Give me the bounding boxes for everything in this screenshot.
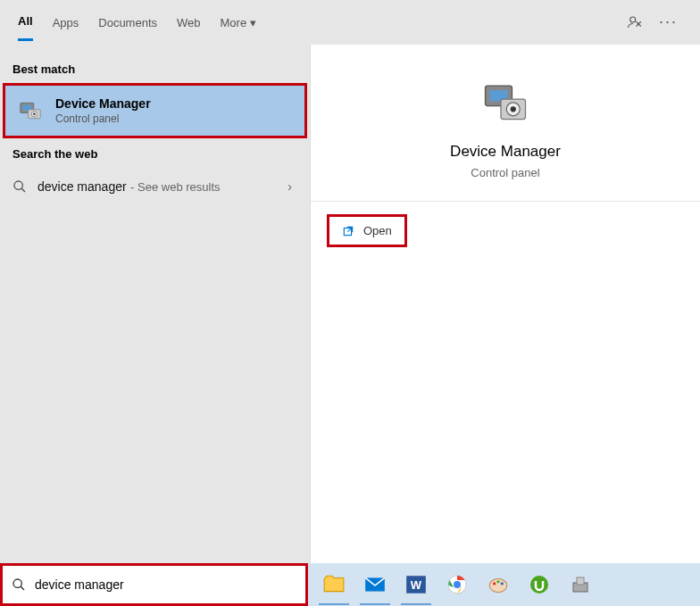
preview-actions: Open: [311, 202, 700, 260]
open-icon: [342, 225, 354, 237]
feedback-icon[interactable]: [627, 14, 643, 30]
preview-header: Device Manager Control panel: [311, 45, 700, 202]
web-result-text: device manager - See web results: [38, 178, 221, 195]
result-subtitle: Control panel: [55, 112, 151, 125]
web-result-suffix-text: See web results: [138, 180, 221, 194]
taskbar-installer[interactable]: [563, 568, 597, 602]
annotation-best-match: Device Manager Control panel: [3, 83, 307, 138]
tab-documents[interactable]: Documents: [98, 16, 157, 40]
device-manager-large-icon: [479, 77, 532, 130]
taskbar: W: [308, 563, 700, 606]
svg-point-5: [33, 113, 36, 116]
tab-apps[interactable]: Apps: [53, 16, 79, 40]
tab-more-label: More: [221, 16, 247, 29]
web-result[interactable]: device manager - See web results ›: [0, 168, 310, 205]
result-device-manager[interactable]: Device Manager Control panel: [5, 86, 304, 136]
device-manager-icon: [16, 96, 45, 125]
taskbar-chrome[interactable]: [440, 568, 474, 602]
svg-point-20: [493, 582, 496, 585]
search-box[interactable]: [0, 563, 308, 606]
svg-point-13: [13, 579, 21, 587]
search-input[interactable]: [35, 566, 296, 603]
svg-point-18: [454, 581, 461, 588]
tab-web[interactable]: Web: [177, 16, 201, 40]
open-label: Open: [363, 224, 392, 237]
taskbar-word[interactable]: W: [399, 568, 433, 602]
title-actions: ···: [627, 12, 678, 31]
preview-title: Device Manager: [329, 143, 682, 161]
taskbar-file-explorer[interactable]: [317, 568, 351, 602]
svg-point-6: [14, 181, 22, 189]
bottom-bar: W: [0, 563, 700, 606]
svg-point-11: [511, 106, 516, 112]
tab-all[interactable]: All: [18, 14, 33, 41]
taskbar-utorrent[interactable]: [522, 568, 556, 602]
svg-point-22: [501, 582, 504, 585]
preview-pane: Device Manager Control panel Open: [310, 45, 700, 563]
results-pane: Best match Device Manager Control panel: [0, 45, 310, 563]
main-pane: Best match Device Manager Control panel: [0, 45, 700, 563]
section-best-match: Best match: [0, 54, 310, 83]
web-result-suffix: - See web results: [130, 180, 220, 194]
result-title: Device Manager: [55, 96, 151, 111]
chevron-right-icon: ›: [288, 179, 292, 194]
search-icon: [12, 179, 27, 194]
search-filter-tabs: All Apps Documents Web More▾: [0, 0, 700, 45]
result-text: Device Manager Control panel: [55, 96, 151, 125]
svg-rect-25: [577, 577, 584, 585]
svg-text:W: W: [411, 578, 422, 592]
section-search-web: Search the web: [0, 138, 310, 168]
web-result-query: device manager: [38, 179, 127, 194]
preview-subtitle: Control panel: [329, 166, 682, 179]
taskbar-mail[interactable]: [358, 568, 392, 602]
taskbar-paint[interactable]: [481, 568, 515, 602]
tab-more[interactable]: More▾: [221, 16, 257, 40]
chevron-down-icon: ▾: [250, 16, 256, 29]
svg-point-0: [630, 17, 636, 22]
svg-point-21: [496, 580, 499, 583]
open-button[interactable]: Open: [327, 214, 407, 247]
search-icon: [12, 577, 26, 592]
more-options-icon[interactable]: ···: [659, 12, 678, 31]
